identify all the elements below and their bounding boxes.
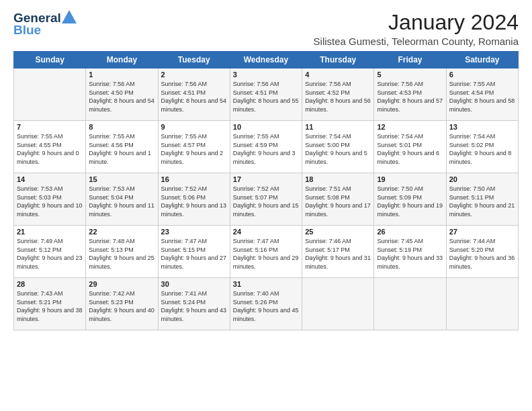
cell-info: Sunrise: 7:50 AMSunset: 5:11 PMDaylight:…: [449, 185, 515, 218]
header: General Blue January 2024 Silistea Gumes…: [13, 11, 519, 47]
day-number: 29: [89, 280, 154, 288]
day-number: 23: [161, 228, 227, 236]
cell-info: Sunrise: 7:55 AMSunset: 4:59 PMDaylight:…: [233, 133, 296, 165]
day-number: 15: [89, 175, 154, 183]
cell-info: Sunrise: 7:49 AMSunset: 5:12 PMDaylight:…: [17, 238, 83, 270]
cell-info: Sunrise: 7:55 AMSunset: 4:55 PMDaylight:…: [17, 133, 79, 165]
day-number: 2: [161, 71, 227, 79]
day-number: 26: [377, 228, 443, 236]
cell-info: Sunrise: 7:56 AMSunset: 4:52 PMDaylight:…: [305, 81, 371, 113]
calendar-cell: 17Sunrise: 7:52 AMSunset: 5:07 PMDayligh…: [230, 173, 302, 226]
calendar-cell: 5Sunrise: 7:56 AMSunset: 4:53 PMDaylight…: [374, 68, 446, 121]
day-number: 27: [449, 228, 515, 236]
cell-info: Sunrise: 7:55 AMSunset: 4:54 PMDaylight:…: [449, 81, 515, 113]
day-number: 12: [377, 123, 443, 131]
header-row: Sunday Monday Tuesday Wednesday Thursday…: [14, 52, 519, 68]
logo-blue-text: Blue: [13, 23, 41, 38]
calendar-cell: 23Sunrise: 7:47 AMSunset: 5:15 PMDayligh…: [158, 226, 230, 278]
cell-info: Sunrise: 7:52 AMSunset: 5:07 PMDaylight:…: [233, 185, 299, 218]
cell-info: Sunrise: 7:47 AMSunset: 5:15 PMDaylight:…: [161, 238, 227, 270]
col-wednesday: Wednesday: [230, 52, 302, 68]
calendar-cell: 20Sunrise: 7:50 AMSunset: 5:11 PMDayligh…: [446, 173, 518, 226]
calendar-cell: 7Sunrise: 7:55 AMSunset: 4:55 PMDaylight…: [14, 121, 86, 173]
location-subtitle: Silistea Gumesti, Teleorman County, Roma…: [314, 36, 519, 47]
calendar-cell: 21Sunrise: 7:49 AMSunset: 5:12 PMDayligh…: [14, 226, 86, 278]
calendar-cell: 31Sunrise: 7:40 AMSunset: 5:26 PMDayligh…: [230, 278, 302, 330]
col-sunday: Sunday: [14, 52, 86, 68]
calendar-cell: 1Sunrise: 7:56 AMSunset: 4:50 PMDaylight…: [86, 68, 158, 121]
calendar-cell: 24Sunrise: 7:47 AMSunset: 5:16 PMDayligh…: [230, 226, 302, 278]
day-number: 7: [17, 123, 83, 131]
calendar-cell: 29Sunrise: 7:42 AMSunset: 5:23 PMDayligh…: [86, 278, 158, 330]
calendar-table: Sunday Monday Tuesday Wednesday Thursday…: [13, 51, 519, 330]
calendar-cell: 25Sunrise: 7:46 AMSunset: 5:17 PMDayligh…: [302, 226, 374, 278]
calendar-cell: 4Sunrise: 7:56 AMSunset: 4:52 PMDaylight…: [302, 68, 374, 121]
cell-info: Sunrise: 7:55 AMSunset: 4:56 PMDaylight:…: [89, 133, 151, 165]
svg-marker-0: [62, 10, 77, 24]
calendar-week-2: 7Sunrise: 7:55 AMSunset: 4:55 PMDaylight…: [14, 121, 519, 173]
calendar-cell: 16Sunrise: 7:52 AMSunset: 5:06 PMDayligh…: [158, 173, 230, 226]
cell-info: Sunrise: 7:40 AMSunset: 5:26 PMDaylight:…: [233, 290, 299, 322]
day-number: 19: [377, 175, 443, 183]
day-number: 21: [17, 228, 83, 236]
cell-info: Sunrise: 7:50 AMSunset: 5:09 PMDaylight:…: [377, 185, 443, 218]
cell-info: Sunrise: 7:43 AMSunset: 5:21 PMDaylight:…: [17, 290, 83, 322]
day-number: 25: [305, 228, 371, 236]
cell-info: Sunrise: 7:44 AMSunset: 5:20 PMDaylight:…: [449, 238, 515, 270]
day-number: 24: [233, 228, 299, 236]
day-number: 10: [233, 123, 299, 131]
day-number: 14: [17, 175, 83, 183]
calendar-cell: 9Sunrise: 7:55 AMSunset: 4:57 PMDaylight…: [158, 121, 230, 173]
cell-info: Sunrise: 7:42 AMSunset: 5:23 PMDaylight:…: [89, 290, 154, 322]
month-title: January 2024: [314, 11, 519, 34]
calendar-body: 1Sunrise: 7:56 AMSunset: 4:50 PMDaylight…: [14, 68, 519, 330]
calendar-week-1: 1Sunrise: 7:56 AMSunset: 4:50 PMDaylight…: [14, 68, 519, 121]
day-number: 6: [449, 71, 515, 79]
col-thursday: Thursday: [302, 52, 374, 68]
calendar-cell: 2Sunrise: 7:56 AMSunset: 4:51 PMDaylight…: [158, 68, 230, 121]
day-number: 4: [305, 71, 371, 79]
cell-info: Sunrise: 7:56 AMSunset: 4:53 PMDaylight:…: [377, 81, 443, 113]
calendar-cell: 27Sunrise: 7:44 AMSunset: 5:20 PMDayligh…: [446, 226, 518, 278]
calendar-cell: 3Sunrise: 7:56 AMSunset: 4:51 PMDaylight…: [230, 68, 302, 121]
day-number: 16: [161, 175, 227, 183]
cell-info: Sunrise: 7:41 AMSunset: 5:24 PMDaylight:…: [161, 290, 227, 322]
cell-info: Sunrise: 7:51 AMSunset: 5:08 PMDaylight:…: [305, 185, 371, 218]
cell-info: Sunrise: 7:53 AMSunset: 5:03 PMDaylight:…: [17, 185, 83, 218]
calendar-cell: 11Sunrise: 7:54 AMSunset: 5:00 PMDayligh…: [302, 121, 374, 173]
col-friday: Friday: [374, 52, 446, 68]
calendar-cell: 14Sunrise: 7:53 AMSunset: 5:03 PMDayligh…: [14, 173, 86, 226]
calendar-cell: [374, 278, 446, 330]
title-block: January 2024 Silistea Gumesti, Teleorman…: [314, 11, 519, 47]
cell-info: Sunrise: 7:54 AMSunset: 5:00 PMDaylight:…: [305, 133, 367, 165]
calendar-cell: 10Sunrise: 7:55 AMSunset: 4:59 PMDayligh…: [230, 121, 302, 173]
calendar-header: Sunday Monday Tuesday Wednesday Thursday…: [14, 52, 519, 68]
cell-info: Sunrise: 7:54 AMSunset: 5:01 PMDaylight:…: [377, 133, 439, 165]
day-number: 20: [449, 175, 515, 183]
day-number: 31: [233, 280, 299, 288]
cell-info: Sunrise: 7:56 AMSunset: 4:51 PMDaylight:…: [233, 81, 299, 113]
cell-info: Sunrise: 7:55 AMSunset: 4:57 PMDaylight:…: [161, 133, 224, 165]
calendar-cell: 12Sunrise: 7:54 AMSunset: 5:01 PMDayligh…: [374, 121, 446, 173]
calendar-cell: 30Sunrise: 7:41 AMSunset: 5:24 PMDayligh…: [158, 278, 230, 330]
cell-info: Sunrise: 7:45 AMSunset: 5:19 PMDaylight:…: [377, 238, 443, 270]
col-monday: Monday: [86, 52, 158, 68]
calendar-week-5: 28Sunrise: 7:43 AMSunset: 5:21 PMDayligh…: [14, 278, 519, 330]
col-tuesday: Tuesday: [158, 52, 230, 68]
day-number: 17: [233, 175, 299, 183]
cell-info: Sunrise: 7:54 AMSunset: 5:02 PMDaylight:…: [449, 133, 512, 165]
day-number: 9: [161, 123, 227, 131]
calendar-cell: [14, 68, 86, 121]
calendar-cell: [446, 278, 518, 330]
cell-info: Sunrise: 7:48 AMSunset: 5:13 PMDaylight:…: [89, 238, 154, 270]
page: General Blue January 2024 Silistea Gumes…: [0, 0, 532, 411]
calendar-cell: [302, 278, 374, 330]
col-saturday: Saturday: [446, 52, 518, 68]
calendar-cell: 28Sunrise: 7:43 AMSunset: 5:21 PMDayligh…: [14, 278, 86, 330]
cell-info: Sunrise: 7:56 AMSunset: 4:51 PMDaylight:…: [161, 81, 227, 113]
day-number: 5: [377, 71, 443, 79]
calendar-cell: 6Sunrise: 7:55 AMSunset: 4:54 PMDaylight…: [446, 68, 518, 121]
day-number: 30: [161, 280, 227, 288]
calendar-cell: 13Sunrise: 7:54 AMSunset: 5:02 PMDayligh…: [446, 121, 518, 173]
calendar-cell: 15Sunrise: 7:53 AMSunset: 5:04 PMDayligh…: [86, 173, 158, 226]
